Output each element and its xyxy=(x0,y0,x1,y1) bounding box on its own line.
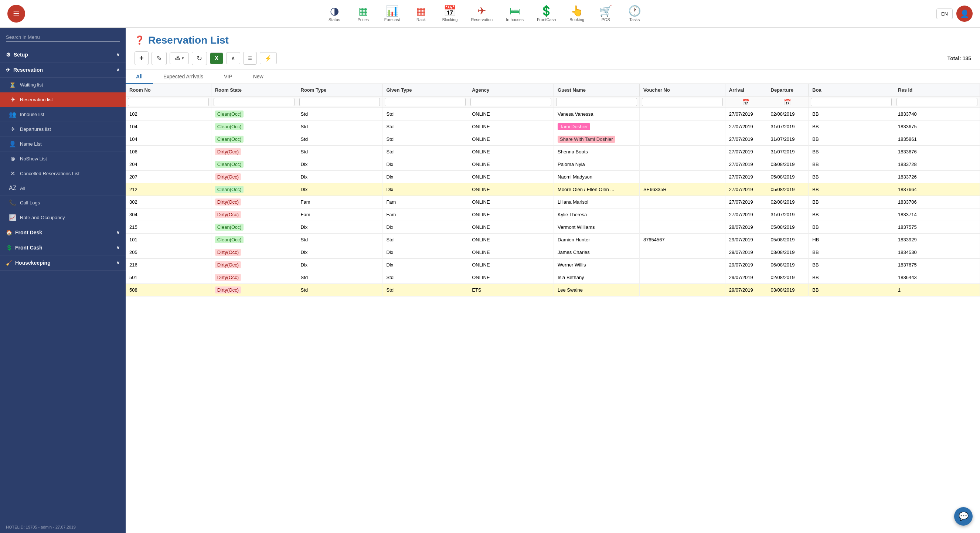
sidebar-item-call-logs[interactable]: 📞 Call Logs xyxy=(0,196,126,210)
sidebar-item-inhouse-list[interactable]: 👥 Inhouse list xyxy=(0,107,126,122)
nav-item-rack[interactable]: ▦ Rack xyxy=(408,4,434,24)
refresh-button[interactable]: ↻ xyxy=(192,52,207,65)
filter-input-2[interactable] xyxy=(299,98,380,106)
sidebar-item-all[interactable]: AZ All xyxy=(0,181,126,196)
departures-list-icon: ✈ xyxy=(9,126,16,133)
filter-input-1[interactable] xyxy=(213,98,294,106)
excel-button[interactable]: X xyxy=(210,53,224,64)
nav-item-prices[interactable]: ▦ Prices xyxy=(350,4,376,24)
table-row[interactable]: 102 Clean(Occ) Std Std ONLINE Vanesa Van… xyxy=(126,108,980,121)
filter-input-4[interactable] xyxy=(471,98,551,106)
nav-items: ◑ Status ▦ Prices 📊 Forecast ▦ Rack 📅 Bl… xyxy=(32,4,936,24)
sidebar-group-reservation[interactable]: ✈ Reservation ∧ xyxy=(0,62,126,78)
sidebar-item-noshow-list[interactable]: ⊗ NoShow List xyxy=(0,151,126,166)
filter-cell-4 xyxy=(468,96,554,108)
menu-button[interactable]: ≡ xyxy=(243,52,257,65)
sidebar-group-front-cash[interactable]: 💲 Front Cash ∨ xyxy=(0,240,126,255)
voucher-no xyxy=(639,196,725,208)
departure: 02/08/2019 xyxy=(767,271,808,284)
res-id: 1837575 xyxy=(894,221,980,234)
collapse-button[interactable]: ∧ xyxy=(226,52,240,64)
table-row[interactable]: 215 Clean(Occ) Dlx Dlx ONLINE Vermont Wi… xyxy=(126,221,980,234)
tab-vip[interactable]: VIP xyxy=(213,70,243,84)
help-icon[interactable]: ❓ xyxy=(135,35,145,45)
voucher-no xyxy=(639,146,725,158)
reservation-label: Reservation xyxy=(471,18,493,22)
nav-item-inhouses[interactable]: 🛏 In houses xyxy=(501,4,529,24)
table-row[interactable]: 212 Clean(Occ) Dlx Dlx ONLINE Moore Olen… xyxy=(126,183,980,196)
table-row[interactable]: 216 Dirty(Occ) Dlx Dlx ONLINE Werner Wil… xyxy=(126,259,980,271)
sidebar-search-input[interactable] xyxy=(6,33,120,42)
nav-item-tasks[interactable]: 🕐 Tasks xyxy=(622,4,648,24)
arrival: 27/07/2019 xyxy=(725,171,767,183)
table-row[interactable]: 101 Clean(Occ) Std Std ONLINE Damien Hun… xyxy=(126,234,980,246)
sidebar-item-rate-occupancy[interactable]: 📈 Rate and Occupancy xyxy=(0,210,126,225)
nav-right: EN 👤 xyxy=(936,6,973,22)
table-row[interactable]: 104 Clean(Occ) Std Std ONLINE Share With… xyxy=(126,133,980,146)
nav-item-blocking[interactable]: 📅 Blocking xyxy=(437,4,463,24)
calendar-icon[interactable]: 📅 xyxy=(728,99,765,106)
guest-name: James Charles xyxy=(558,250,590,255)
table-row[interactable]: 304 Dirty(Occ) Fam Fam ONLINE Kylie Ther… xyxy=(126,208,980,221)
agency: ONLINE xyxy=(468,133,554,146)
nav-item-status[interactable]: ◑ Status xyxy=(321,4,347,24)
arrival: 27/07/2019 xyxy=(725,183,767,196)
filter-input-0[interactable] xyxy=(128,98,209,106)
sidebar-item-waiting-list[interactable]: ⏳ Waiting list xyxy=(0,78,126,92)
flash-button[interactable]: ⚡ xyxy=(260,52,277,64)
table-row[interactable]: 302 Dirty(Occ) Fam Fam ONLINE Liliana Ma… xyxy=(126,196,980,208)
tab-all[interactable]: All xyxy=(126,70,153,84)
table-row[interactable]: 508 Dirty(Occ) Std Std ETS Lee Swaine 29… xyxy=(126,284,980,296)
table-row[interactable]: 205 Dirty(Occ) Dlx Dlx ONLINE James Char… xyxy=(126,246,980,259)
call-logs-label: Call Logs xyxy=(20,200,40,205)
tab-new[interactable]: New xyxy=(243,70,274,84)
filter-input-3[interactable] xyxy=(385,98,466,106)
calendar-icon[interactable]: 📅 xyxy=(769,99,806,106)
table-row[interactable]: 501 Dirty(Occ) Std Std ONLINE Isla Betha… xyxy=(126,271,980,284)
filter-input-6[interactable] xyxy=(642,98,723,106)
nav-item-pos[interactable]: 🛒 POS xyxy=(593,4,619,24)
page-title-row: ❓ Reservation List xyxy=(135,34,971,46)
sidebar-item-name-list[interactable]: 👤 Name List xyxy=(0,137,126,151)
sidebar-item-departures-list[interactable]: ✈ Departures list xyxy=(0,122,126,137)
table-row[interactable]: 204 Clean(Occ) Dlx Dlx ONLINE Paloma Nyl… xyxy=(126,158,980,171)
filter-input-5[interactable] xyxy=(556,98,637,106)
room-state: Dirty(Occ) xyxy=(211,284,297,296)
forecast-icon: 📊 xyxy=(386,6,399,16)
sidebar-group-housekeeping[interactable]: 🧹 Housekeeping ∨ xyxy=(0,255,126,270)
filter-cell-10 xyxy=(894,96,980,108)
arrival: 29/07/2019 xyxy=(725,246,767,259)
room-no: 104 xyxy=(126,133,211,146)
nav-item-forecast[interactable]: 📊 Forecast xyxy=(379,4,406,24)
sidebar-item-reservation-list[interactable]: ✈ Reservation list xyxy=(0,92,126,107)
filter-input-9[interactable] xyxy=(811,98,892,106)
avatar-button[interactable]: 👤 xyxy=(956,6,973,22)
guest-name-cell: Tami Doshier xyxy=(554,121,640,133)
front-cash-icon: 💲 xyxy=(6,245,12,251)
table-row[interactable]: 207 Dirty(Occ) Dlx Dlx ONLINE Naomi Mady… xyxy=(126,171,980,183)
edit-button[interactable]: ✎ xyxy=(151,52,167,65)
agency: ONLINE xyxy=(468,171,554,183)
language-button[interactable]: EN xyxy=(936,8,953,19)
nav-item-frontcash[interactable]: 💲 FrontCash xyxy=(532,4,561,24)
sidebar-group-front-desk[interactable]: 🏠 Front Desk ∨ xyxy=(0,225,126,240)
tab-expected-arrivals[interactable]: Expected Arrivals xyxy=(153,70,213,84)
chat-bubble[interactable]: 💬 xyxy=(954,507,973,526)
nav-item-reservation[interactable]: ✈ Reservation xyxy=(466,4,498,24)
print-button[interactable]: 🖶 ▾ xyxy=(170,53,189,64)
sidebar-group-setup[interactable]: ⚙ Setup ∨ xyxy=(0,47,126,62)
waiting-list-label: Waiting list xyxy=(20,82,43,88)
blocking-label: Blocking xyxy=(442,18,458,22)
add-button[interactable]: + xyxy=(135,51,148,65)
filter-input-10[interactable] xyxy=(896,98,977,106)
table-row[interactable]: 104 Clean(Occ) Std Std ONLINE Tami Doshi… xyxy=(126,121,980,133)
arrival: 29/07/2019 xyxy=(725,284,767,296)
hamburger-button[interactable]: ☰ xyxy=(7,5,25,22)
given-type: Dlx xyxy=(382,183,468,196)
table-wrapper[interactable]: Room NoRoom StateRoom TypeGiven TypeAgen… xyxy=(126,84,980,533)
sidebar-item-cancelled-list[interactable]: ✕ Cancelled Reservations List xyxy=(0,166,126,181)
table-row[interactable]: 106 Dirty(Occ) Std Std ONLINE Shenna Boo… xyxy=(126,146,980,158)
departure: 06/08/2019 xyxy=(767,259,808,271)
nav-item-booking[interactable]: 👆 Booking xyxy=(564,4,590,24)
room-no: 102 xyxy=(126,108,211,121)
